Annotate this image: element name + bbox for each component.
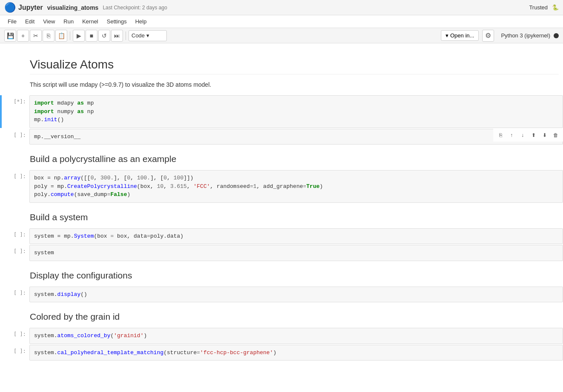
heading-poly: Build a polycrystalline as an example [0,145,563,169]
copy-button[interactable]: ⎘ [43,30,54,42]
cell-code-area-7[interactable]: system [29,245,563,261]
heading-display: Display the configurations [0,262,563,286]
heading-poly-text: Build a polycrystalline as an example [30,154,559,164]
paste-button[interactable]: 📋 [55,30,67,42]
menu-kernel[interactable]: Kernel [79,17,102,26]
notebook: Visualize Atoms This script will use mda… [0,43,563,392]
cell-prompt-1: [*]: [2,95,29,128]
notebook-heading: Visualize Atoms [30,58,559,74]
code-cell-4[interactable]: [ ]: box = np.array([[0, 300.], [0, 100.… [0,170,563,203]
cell-prompt-2: [ ]: [2,129,29,145]
jupyter-logo: 🔵 Jupyter [4,2,43,13]
heading-system-text: Build a system [30,212,559,222]
title-cell: Visualize Atoms This script will use mda… [0,52,563,94]
stop-button[interactable]: ■ [86,30,97,42]
python-badge: 🐍 [552,4,559,11]
run-button[interactable]: ▶ [73,30,85,42]
code-cell-7[interactable]: [ ]: system [0,245,563,261]
menu-edit[interactable]: Edit [22,17,38,26]
heading-grain: Colored by the grain id [0,303,563,327]
cell-code-area-6[interactable]: system = mp.System(box = box, data=poly.… [29,228,563,244]
cell-prompt-7: [ ]: [2,245,29,261]
insert-above-button[interactable]: ⬆ [529,131,538,140]
cell-prompt-9: [ ]: [2,287,29,303]
topbar-right: Trusted 🐍 [529,4,559,11]
move-up-button[interactable]: ↑ [507,131,516,140]
code-cell-6[interactable]: [ ]: system = mp.System(box = box, data=… [0,228,563,244]
cell-code-7[interactable]: system [30,245,563,261]
cell-code-area-12[interactable]: system.cal_polyhedral_template_matching(… [29,345,563,361]
cell-prompt-11: [ ]: [2,328,29,344]
code-cell-12[interactable]: [ ]: system.cal_polyhedral_template_matc… [0,345,563,361]
menu-view[interactable]: View [40,17,58,26]
python-icon: 🐍 [552,4,559,11]
cell-code-1[interactable]: import mdapy as mp import numpy as np mp… [30,96,563,128]
cell-type-label: Code [131,32,145,39]
cell-actions-2: ⎘ ↑ ↓ ⬆ ⬇ 🗑 [493,129,563,142]
notebook-title[interactable]: visualizing_atoms [47,4,99,11]
open-in-label: Open in... [450,32,474,39]
cell-prompt-6: [ ]: [2,228,29,244]
open-in-chevron: ▾ [446,32,449,39]
cell-prompt-12: [ ]: [2,345,29,361]
move-down-button[interactable]: ↓ [518,131,527,140]
toolbar-sep-2 [126,31,126,40]
checkpoint-info: Last Checkpoint: 2 days ago [103,5,167,11]
menu-help[interactable]: Help [132,17,150,26]
app-name: Jupyter [18,4,43,11]
cell-code-6[interactable]: system = mp.System(box = box, data=poly.… [30,229,563,244]
cell-code-4[interactable]: box = np.array([[0, 300.], [0, 100.], [0… [30,170,563,202]
delete-button[interactable]: 🗑 [551,131,560,140]
toolbar: 💾 + ✂ ⎘ 📋 ▶ ■ ↺ ⏭ Code ▾ ▾ Open in... ⚙ … [0,28,563,43]
menu-settings[interactable]: Settings [103,17,130,26]
menu-file[interactable]: File [4,17,20,26]
cell-type-select[interactable]: Code ▾ [129,30,167,41]
cell-type-chevron: ▾ [146,32,149,39]
insert-below-button[interactable]: ⬇ [540,131,549,140]
save-button[interactable]: 💾 [4,30,16,42]
code-cell-11[interactable]: [ ]: system.atoms_colored_by('grainid') [0,328,563,344]
settings-icon-button[interactable]: ⚙ [482,30,494,42]
code-cell-1[interactable]: [*]: import mdapy as mp import numpy as … [0,95,563,128]
heading-system: Build a system [0,204,563,227]
add-cell-button[interactable]: + [17,30,29,42]
jupyter-icon: 🔵 [4,2,16,13]
menu-run[interactable]: Run [60,17,77,26]
notebook-subtitle: This script will use mdapy (>=0.9.7) to … [30,80,559,89]
code-cell-9[interactable]: [ ]: system.display() [0,287,563,303]
heading-grain-text: Colored by the grain id [30,312,559,322]
fast-forward-button[interactable]: ⏭ [111,30,123,42]
cell-code-area-2[interactable]: mp.__version__ [29,129,563,145]
cell-code-12[interactable]: system.cal_polyhedral_template_matching(… [30,345,563,361]
copy-cells-button[interactable]: ⎘ [496,131,505,140]
cell-code-area-9[interactable]: system.display() [29,287,563,303]
cell-code-area-11[interactable]: system.atoms_colored_by('grainid') [29,328,563,344]
kernel-status-dot [554,33,559,38]
open-in-button[interactable]: ▾ Open in... [441,30,479,41]
toolbar-sep-1 [70,31,70,40]
cell-code-11[interactable]: system.atoms_colored_by('grainid') [30,328,563,344]
cell-code-area-1[interactable]: import mdapy as mp import numpy as np mp… [29,95,563,128]
trusted-badge: Trusted [529,4,548,11]
kernel-label: Python 3 (ipykernel) [501,32,550,39]
kernel-status-area: Python 3 (ipykernel) [501,32,559,39]
cell-code-2[interactable]: mp.__version__ [30,129,563,145]
code-cell-2[interactable]: [ ]: mp.__version__ ⎘ ↑ ↓ ⬆ ⬇ 🗑 [0,129,563,145]
restart-button[interactable]: ↺ [98,30,110,42]
cut-button[interactable]: ✂ [30,30,42,42]
cell-code-9[interactable]: system.display() [30,287,563,302]
menubar: File Edit View Run Kernel Settings Help [0,15,563,28]
topbar: 🔵 Jupyter visualizing_atoms Last Checkpo… [0,0,563,15]
cell-prompt-4: [ ]: [2,170,29,203]
cell-code-area-4[interactable]: box = np.array([[0, 300.], [0, 100.], [0… [29,170,563,203]
heading-display-text: Display the configurations [30,270,559,281]
